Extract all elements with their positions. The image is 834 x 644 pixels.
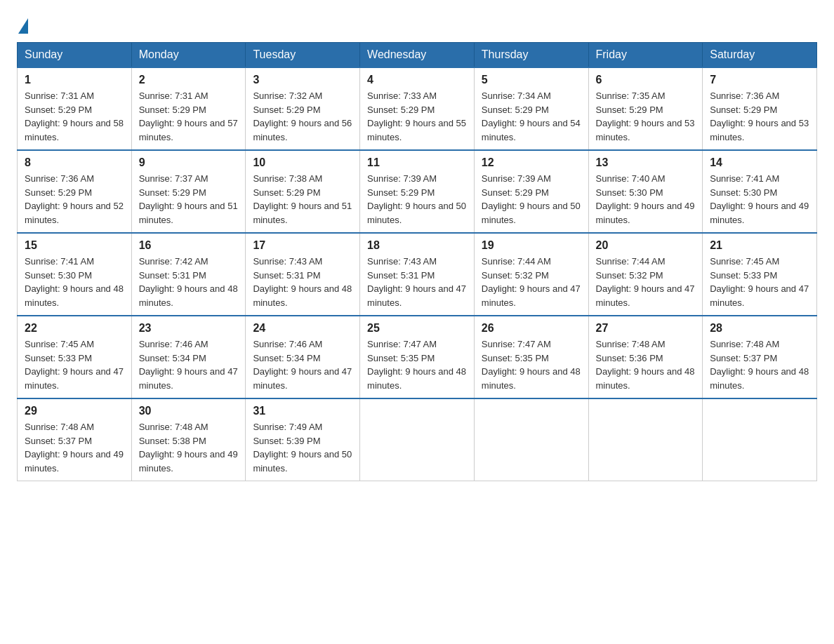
day-info: Sunrise: 7:34 AMSunset: 5:29 PMDaylight:… <box>482 89 581 144</box>
day-info: Sunrise: 7:36 AMSunset: 5:29 PMDaylight:… <box>25 172 124 227</box>
day-number: 25 <box>367 322 467 335</box>
day-info: Sunrise: 7:43 AMSunset: 5:31 PMDaylight:… <box>253 255 352 309</box>
day-number: 29 <box>25 405 124 417</box>
day-info: Sunrise: 7:31 AMSunset: 5:29 PMDaylight:… <box>25 89 124 144</box>
week-row-1: 1Sunrise: 7:31 AMSunset: 5:29 PMDaylight… <box>18 67 817 150</box>
day-number: 2 <box>139 74 239 86</box>
calendar-cell: 30Sunrise: 7:48 AMSunset: 5:38 PMDayligh… <box>131 398 246 481</box>
day-number: 19 <box>482 239 581 252</box>
calendar-cell: 14Sunrise: 7:41 AMSunset: 5:30 PMDayligh… <box>703 150 817 233</box>
day-number: 7 <box>710 74 809 86</box>
col-header-monday: Monday <box>131 43 246 68</box>
day-number: 12 <box>482 156 581 169</box>
day-info: Sunrise: 7:48 AMSunset: 5:36 PMDaylight:… <box>596 337 696 392</box>
col-header-sunday: Sunday <box>18 43 132 68</box>
calendar-cell: 23Sunrise: 7:46 AMSunset: 5:34 PMDayligh… <box>131 316 246 398</box>
day-number: 31 <box>253 405 352 417</box>
calendar-cell: 17Sunrise: 7:43 AMSunset: 5:31 PMDayligh… <box>246 233 360 316</box>
calendar-cell: 10Sunrise: 7:38 AMSunset: 5:29 PMDayligh… <box>246 150 360 233</box>
day-number: 16 <box>139 239 239 252</box>
day-info: Sunrise: 7:43 AMSunset: 5:31 PMDaylight:… <box>367 255 467 309</box>
day-number: 21 <box>710 239 809 252</box>
page-header <box>17 17 817 31</box>
day-number: 24 <box>253 322 352 335</box>
day-info: Sunrise: 7:45 AMSunset: 5:33 PMDaylight:… <box>25 337 124 392</box>
day-number: 11 <box>367 156 467 169</box>
day-number: 10 <box>253 156 352 169</box>
day-number: 18 <box>367 239 467 252</box>
day-info: Sunrise: 7:32 AMSunset: 5:29 PMDaylight:… <box>253 89 352 144</box>
day-number: 9 <box>139 156 239 169</box>
calendar-cell: 2Sunrise: 7:31 AMSunset: 5:29 PMDaylight… <box>131 67 246 150</box>
day-info: Sunrise: 7:36 AMSunset: 5:29 PMDaylight:… <box>710 89 809 144</box>
calendar-cell <box>474 398 588 481</box>
calendar-cell: 26Sunrise: 7:47 AMSunset: 5:35 PMDayligh… <box>474 316 588 398</box>
calendar-cell: 13Sunrise: 7:40 AMSunset: 5:30 PMDayligh… <box>588 150 703 233</box>
col-header-friday: Friday <box>588 43 703 68</box>
day-info: Sunrise: 7:48 AMSunset: 5:38 PMDaylight:… <box>139 420 239 475</box>
calendar-cell: 21Sunrise: 7:45 AMSunset: 5:33 PMDayligh… <box>703 233 817 316</box>
day-info: Sunrise: 7:44 AMSunset: 5:32 PMDaylight:… <box>596 255 696 309</box>
day-info: Sunrise: 7:47 AMSunset: 5:35 PMDaylight:… <box>482 337 581 392</box>
day-number: 13 <box>596 156 696 169</box>
logo-triangle-icon <box>18 18 28 34</box>
calendar-cell: 9Sunrise: 7:37 AMSunset: 5:29 PMDaylight… <box>131 150 246 233</box>
day-number: 20 <box>596 239 696 252</box>
calendar-cell: 27Sunrise: 7:48 AMSunset: 5:36 PMDayligh… <box>588 316 703 398</box>
calendar-cell: 28Sunrise: 7:48 AMSunset: 5:37 PMDayligh… <box>703 316 817 398</box>
calendar-cell <box>360 398 475 481</box>
day-info: Sunrise: 7:42 AMSunset: 5:31 PMDaylight:… <box>139 255 239 309</box>
week-row-3: 15Sunrise: 7:41 AMSunset: 5:30 PMDayligh… <box>18 233 817 316</box>
day-number: 14 <box>710 156 809 169</box>
day-number: 4 <box>367 74 467 86</box>
calendar-cell: 31Sunrise: 7:49 AMSunset: 5:39 PMDayligh… <box>246 398 360 481</box>
day-info: Sunrise: 7:44 AMSunset: 5:32 PMDaylight:… <box>482 255 581 309</box>
day-number: 23 <box>139 322 239 335</box>
calendar-cell: 29Sunrise: 7:48 AMSunset: 5:37 PMDayligh… <box>18 398 132 481</box>
col-header-thursday: Thursday <box>474 43 588 68</box>
calendar-cell <box>588 398 703 481</box>
calendar-cell: 8Sunrise: 7:36 AMSunset: 5:29 PMDaylight… <box>18 150 132 233</box>
day-info: Sunrise: 7:39 AMSunset: 5:29 PMDaylight:… <box>482 172 581 227</box>
calendar-cell: 25Sunrise: 7:47 AMSunset: 5:35 PMDayligh… <box>360 316 475 398</box>
day-number: 28 <box>710 322 809 335</box>
day-info: Sunrise: 7:41 AMSunset: 5:30 PMDaylight:… <box>25 255 124 309</box>
calendar-cell: 12Sunrise: 7:39 AMSunset: 5:29 PMDayligh… <box>474 150 588 233</box>
day-number: 6 <box>596 74 696 86</box>
calendar-cell: 6Sunrise: 7:35 AMSunset: 5:29 PMDaylight… <box>588 67 703 150</box>
calendar-cell: 20Sunrise: 7:44 AMSunset: 5:32 PMDayligh… <box>588 233 703 316</box>
col-header-wednesday: Wednesday <box>360 43 475 68</box>
logo <box>17 17 28 31</box>
week-row-4: 22Sunrise: 7:45 AMSunset: 5:33 PMDayligh… <box>18 316 817 398</box>
day-info: Sunrise: 7:47 AMSunset: 5:35 PMDaylight:… <box>367 337 467 392</box>
calendar-cell: 22Sunrise: 7:45 AMSunset: 5:33 PMDayligh… <box>18 316 132 398</box>
day-number: 1 <box>25 74 124 86</box>
day-number: 22 <box>25 322 124 335</box>
day-info: Sunrise: 7:35 AMSunset: 5:29 PMDaylight:… <box>596 89 696 144</box>
day-number: 5 <box>482 74 581 86</box>
calendar-cell: 5Sunrise: 7:34 AMSunset: 5:29 PMDaylight… <box>474 67 588 150</box>
day-info: Sunrise: 7:37 AMSunset: 5:29 PMDaylight:… <box>139 172 239 227</box>
week-row-2: 8Sunrise: 7:36 AMSunset: 5:29 PMDaylight… <box>18 150 817 233</box>
calendar-cell: 7Sunrise: 7:36 AMSunset: 5:29 PMDaylight… <box>703 67 817 150</box>
day-info: Sunrise: 7:46 AMSunset: 5:34 PMDaylight:… <box>139 337 239 392</box>
col-header-tuesday: Tuesday <box>246 43 360 68</box>
calendar-cell: 18Sunrise: 7:43 AMSunset: 5:31 PMDayligh… <box>360 233 475 316</box>
calendar-cell: 16Sunrise: 7:42 AMSunset: 5:31 PMDayligh… <box>131 233 246 316</box>
day-number: 15 <box>25 239 124 252</box>
day-number: 17 <box>253 239 352 252</box>
day-info: Sunrise: 7:31 AMSunset: 5:29 PMDaylight:… <box>139 89 239 144</box>
day-number: 8 <box>25 156 124 169</box>
col-header-saturday: Saturday <box>703 43 817 68</box>
day-info: Sunrise: 7:40 AMSunset: 5:30 PMDaylight:… <box>596 172 696 227</box>
day-info: Sunrise: 7:41 AMSunset: 5:30 PMDaylight:… <box>710 172 809 227</box>
calendar-cell: 3Sunrise: 7:32 AMSunset: 5:29 PMDaylight… <box>246 67 360 150</box>
calendar-table: SundayMondayTuesdayWednesdayThursdayFrid… <box>17 42 817 481</box>
day-info: Sunrise: 7:46 AMSunset: 5:34 PMDaylight:… <box>253 337 352 392</box>
week-row-5: 29Sunrise: 7:48 AMSunset: 5:37 PMDayligh… <box>18 398 817 481</box>
day-info: Sunrise: 7:48 AMSunset: 5:37 PMDaylight:… <box>25 420 124 475</box>
calendar-cell <box>703 398 817 481</box>
day-info: Sunrise: 7:45 AMSunset: 5:33 PMDaylight:… <box>710 255 809 309</box>
day-number: 3 <box>253 74 352 86</box>
day-number: 26 <box>482 322 581 335</box>
